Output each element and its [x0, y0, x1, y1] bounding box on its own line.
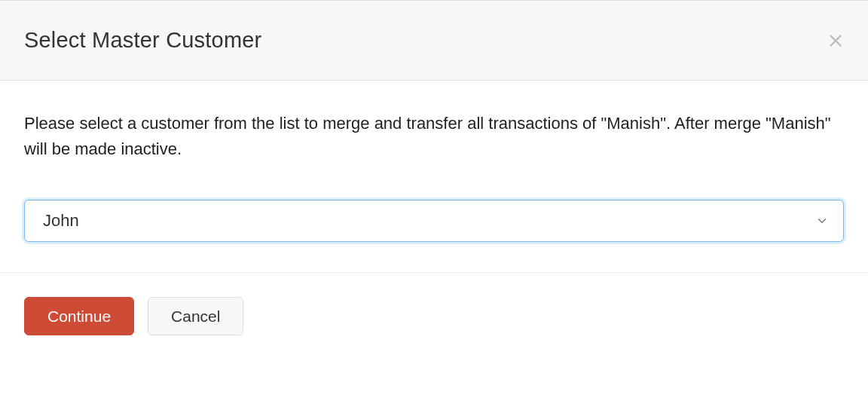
- modal-body: Please select a customer from the list t…: [0, 81, 868, 272]
- customer-select[interactable]: John: [24, 200, 844, 242]
- cancel-button[interactable]: Cancel: [148, 297, 243, 335]
- modal-title: Select Master Customer: [24, 28, 261, 53]
- continue-button[interactable]: Continue: [24, 297, 134, 335]
- customer-select-wrapper: John: [24, 200, 844, 242]
- modal-footer: Continue Cancel: [0, 272, 868, 359]
- customer-select-value: John: [43, 211, 79, 230]
- close-button[interactable]: [827, 32, 844, 49]
- close-icon: [827, 40, 844, 51]
- instruction-text: Please select a customer from the list t…: [24, 111, 844, 162]
- modal-header: Select Master Customer: [0, 0, 868, 81]
